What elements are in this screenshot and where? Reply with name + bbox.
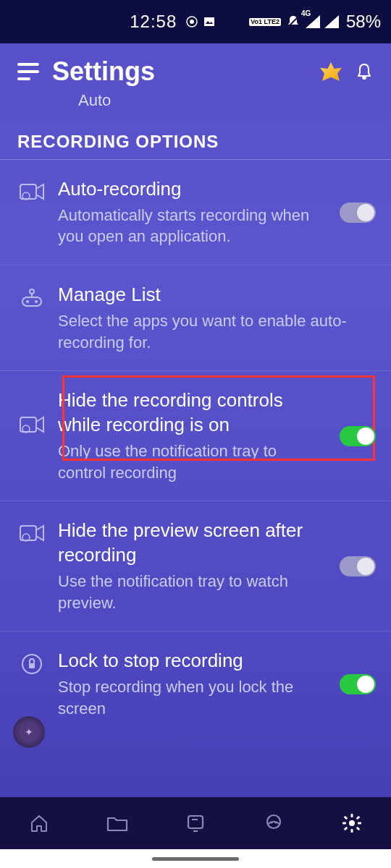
svg-point-22 [275,822,277,824]
svg-point-9 [26,300,29,303]
status-time: 12:58 [130,12,177,32]
svg-point-10 [35,300,38,303]
svg-point-21 [271,822,273,824]
page-title: Settings [52,56,307,87]
section-header: RECORDING OPTIONS [0,110,391,160]
toggle-hide-controls[interactable] [340,426,376,446]
svg-rect-16 [29,663,35,668]
svg-rect-28 [344,816,348,820]
volte-badge: Vo1 LTE2 [249,18,281,26]
item-hide-preview[interactable]: Hide the preview screen after recording … [0,501,391,631]
item-desc: Use the notification tray to watch previ… [58,571,326,613]
nav-screen-icon[interactable] [183,811,208,835]
image-icon [203,15,216,28]
record-dot-icon [185,15,198,28]
svg-rect-25 [351,829,353,833]
volte-text: Vo1 LTE2 [251,19,279,25]
settings-list: Auto-recording Automatically starts reco… [0,160,391,797]
svg-rect-29 [356,827,361,831]
item-title: Hide the recording controls while record… [58,388,326,438]
item-title: Manage List [58,283,378,307]
premium-icon[interactable] [320,62,342,81]
toggle-lock-stop[interactable] [340,674,376,694]
signal-icon [324,15,339,28]
dnd-icon [285,14,301,30]
svg-point-23 [349,820,355,826]
camera-gear-icon [17,182,46,202]
bell-icon[interactable] [355,62,374,81]
camera-gear-icon [17,414,46,435]
item-title: Lock to stop recording [58,649,326,673]
svg-rect-8 [22,297,41,306]
menu-icon[interactable] [17,63,39,80]
gamepad-icon [17,287,46,307]
nav-settings-icon[interactable] [340,811,364,835]
svg-rect-31 [344,827,348,831]
item-manage-list[interactable]: Manage List Select the apps you want to … [0,265,391,371]
item-title: Auto-recording [58,177,326,202]
item-hide-controls[interactable]: Hide the recording controls while record… [0,371,391,501]
svg-rect-27 [358,822,361,825]
nav-avatar-icon[interactable] [261,811,286,835]
svg-rect-26 [342,822,346,825]
bottom-nav [0,797,391,849]
item-lock-stop[interactable]: Lock to stop recording Stop recording wh… [0,631,391,723]
floating-avatar-icon[interactable] [13,716,45,748]
svg-point-1 [190,20,194,24]
svg-point-6 [30,289,34,294]
item-auto-recording[interactable]: Auto-recording Automatically starts reco… [0,160,391,265]
toggle-auto-recording[interactable] [340,203,376,223]
nav-home-icon[interactable] [27,811,51,835]
nav-folder-icon[interactable] [105,811,130,835]
svg-rect-30 [356,816,361,820]
system-gesture-bar [0,849,391,868]
item-desc: Automatically starts recording when you … [58,205,326,247]
item-desc: Only use the notification tray to contro… [58,441,326,483]
signal-4g-icon: 4G [306,15,320,28]
camera-gear-icon [17,523,46,543]
item-desc: Stop recording when you lock the screen [58,676,326,719]
app-content: Settings Auto RECORDING OPTIONS Auto-rec… [0,43,391,797]
toggle-hide-preview[interactable] [340,556,376,576]
lock-icon [17,653,46,675]
header-sub: Auto [0,91,391,110]
item-title: Hide the preview screen after recording [58,519,326,568]
net-label: 4G [301,9,311,17]
svg-rect-24 [351,814,353,817]
app-header: Settings [0,43,391,91]
svg-rect-17 [188,816,203,828]
gesture-handle[interactable] [152,857,239,861]
status-bar: 12:58 Vo1 LTE2 4G 58% [0,0,391,43]
item-desc: Select the apps you want to enable auto-… [58,310,378,353]
battery-text: 58% [346,12,381,32]
svg-rect-2 [204,17,214,26]
